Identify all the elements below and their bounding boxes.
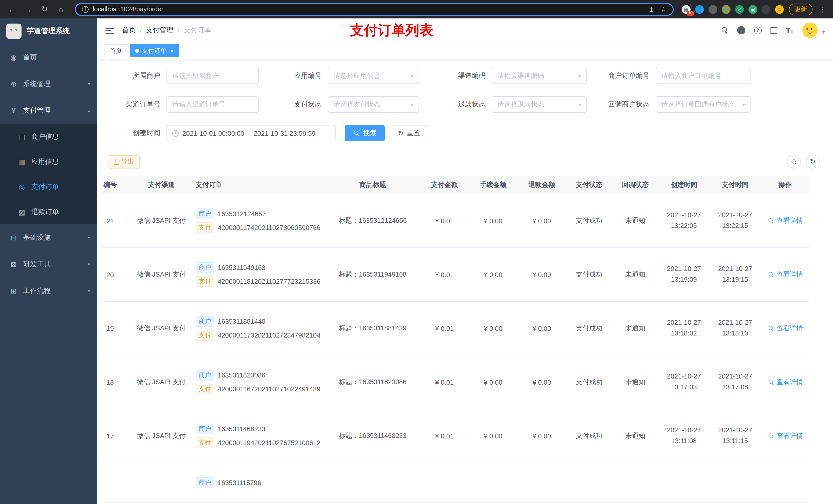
breadcrumb-item[interactable]: 支付管理 bbox=[146, 26, 174, 35]
input-field[interactable]: 请输入渠道订单号 bbox=[166, 96, 259, 113]
collapse-sidebar-icon[interactable] bbox=[105, 27, 114, 33]
select-field[interactable]: 请选择退款状态▾ bbox=[492, 96, 587, 113]
sidebar-item-7[interactable]: 基础设施▾ bbox=[0, 224, 97, 251]
cell-refund: ¥ 0.00 bbox=[518, 194, 566, 248]
sidebar-item-5[interactable]: 支付订单 bbox=[0, 174, 97, 199]
extension-drop-blue[interactable] bbox=[695, 5, 704, 14]
extension-pin-dark[interactable] bbox=[762, 5, 770, 14]
pay-order-no: 4200001173202110272847982104 bbox=[218, 331, 320, 339]
orders-table-wrap: 编号支付渠道支付订单商品标题支付金额手续金额退款金额支付状态回调状态创建时间支付… bbox=[102, 176, 828, 503]
input-field[interactable]: 请选择所属商户 bbox=[166, 68, 259, 84]
filter-row: 渠道订单号请输入渠道订单号支付状态请选择支付状态▾退款状态请选择退款状态▾回调商… bbox=[102, 96, 828, 113]
sidebar-item-label: 研发工具 bbox=[23, 260, 51, 269]
cell-refund: ¥ 0.00 bbox=[518, 302, 566, 355]
sidebar-item-2[interactable]: 支付管理▴ bbox=[0, 97, 97, 124]
chevron-down-icon: ▾ bbox=[408, 102, 413, 107]
app-title: 芋道管理系统 bbox=[27, 27, 70, 36]
github-icon[interactable] bbox=[737, 26, 745, 34]
cell-action: 查看详情 bbox=[761, 409, 809, 463]
order-icon bbox=[18, 183, 26, 191]
extension-grid[interactable]: ▦10 bbox=[682, 5, 691, 14]
back-icon[interactable]: ← bbox=[6, 4, 18, 15]
cell-status: 支付成功 bbox=[566, 248, 612, 302]
font-size-icon[interactable] bbox=[786, 26, 793, 34]
filter-label: 支付状态 bbox=[259, 100, 328, 109]
toggle-search-button[interactable] bbox=[787, 155, 801, 169]
breadcrumb-item[interactable]: 首页 bbox=[122, 26, 136, 35]
sidebar-item-6[interactable]: 退款订单 bbox=[0, 199, 97, 224]
sidebar-item-4[interactable]: 应用信息 bbox=[0, 149, 97, 174]
browser-update-button[interactable]: 更新 bbox=[789, 3, 812, 15]
date-range-input[interactable]: 2021-10-01 00:00:00 - 2021-10-31 23:59:5… bbox=[166, 125, 336, 141]
forward-icon[interactable]: → bbox=[23, 4, 34, 15]
cell-fee: ¥ 0.00 bbox=[469, 194, 518, 248]
view-detail-link[interactable]: 查看详情 bbox=[767, 216, 803, 225]
filter-field: 回调商户状态请选择订单回调商户状态▾ bbox=[587, 96, 751, 113]
refresh-table-button[interactable] bbox=[806, 155, 820, 169]
cell-amount bbox=[420, 463, 469, 503]
close-icon[interactable]: × bbox=[170, 47, 174, 54]
column-header: 创建时间 bbox=[658, 176, 710, 194]
view-detail-link[interactable]: 查看详情 bbox=[767, 431, 803, 440]
created-time: 13:17:03 bbox=[660, 382, 708, 393]
breadcrumb-item[interactable]: 支付订单 bbox=[184, 26, 211, 35]
filter-field: 渠道订单号请输入渠道订单号 bbox=[102, 96, 259, 113]
select-field[interactable]: 请输入渠道编码▾ bbox=[492, 68, 587, 84]
cell-status: 支付成功 bbox=[566, 409, 612, 463]
browser-menu-icon[interactable]: ⋮ bbox=[818, 5, 827, 13]
bookmark-star-icon[interactable]: ☆ bbox=[661, 5, 667, 13]
gear-icon bbox=[9, 80, 18, 88]
cell-order: 商户1635311468233支付42000011942021102767521… bbox=[190, 409, 325, 463]
cell-amount: ¥ 0.01 bbox=[420, 248, 469, 302]
export-button[interactable]: 导出 bbox=[108, 155, 140, 168]
cell-channel: 微信 JSAPI 支付 bbox=[133, 248, 190, 302]
view-detail-link[interactable]: 查看详情 bbox=[767, 270, 803, 279]
extension-check-green[interactable]: ✓ bbox=[735, 5, 744, 14]
address-bar[interactable]: localhost :1024/pay/order ↥ ☆ bbox=[75, 3, 674, 16]
chevron-down-icon[interactable]: ▾ bbox=[822, 29, 825, 38]
merchant-order-no: 1635311949168 bbox=[218, 264, 265, 271]
cell-id: 21 bbox=[102, 194, 133, 248]
select-field[interactable]: 请选择订单回调商户状态▾ bbox=[656, 96, 751, 113]
created-date: 2021-10-27 bbox=[660, 210, 708, 221]
site-info-icon[interactable] bbox=[82, 6, 89, 13]
tools-icon bbox=[9, 260, 18, 268]
search-icon bbox=[768, 433, 774, 438]
cell-order: 商户163531115796 bbox=[190, 463, 325, 503]
chevron-down-icon: ▾ bbox=[88, 262, 90, 267]
reset-button[interactable]: 重置 bbox=[390, 125, 428, 141]
sidebar-menu: 首页系统管理▾支付管理▴商户信息应用信息支付订单退款订单基础设施▾研发工具▾工作… bbox=[0, 44, 97, 304]
column-header: 回调状态 bbox=[612, 176, 658, 194]
help-icon[interactable] bbox=[754, 26, 762, 34]
extension-chat-green[interactable]: ▣ bbox=[748, 5, 757, 14]
extension-round-olive[interactable] bbox=[722, 5, 731, 14]
share-icon[interactable]: ↥ bbox=[649, 5, 654, 13]
home-icon[interactable]: ⌂ bbox=[55, 4, 67, 15]
sidebar-item-8[interactable]: 研发工具▾ bbox=[0, 251, 97, 278]
order-merchant-line: 商户1635312124657 bbox=[196, 209, 323, 219]
sidebar-item-0[interactable]: 首页 bbox=[0, 44, 97, 71]
select-field[interactable]: 请选择应用信息▾ bbox=[328, 68, 419, 84]
view-detail-link[interactable]: 查看详情 bbox=[767, 323, 803, 333]
tab-1[interactable]: 支付订单× bbox=[130, 44, 179, 57]
search-button[interactable]: 搜索 bbox=[345, 125, 385, 141]
search-icon[interactable] bbox=[721, 27, 728, 34]
input-field[interactable]: 请输入商户订单编号 bbox=[656, 68, 751, 84]
user-avatar[interactable] bbox=[802, 23, 818, 38]
sidebar: 芋道管理系统 首页系统管理▾支付管理▴商户信息应用信息支付订单退款订单基础设施▾… bbox=[0, 19, 97, 504]
reload-icon[interactable]: ↻ bbox=[39, 4, 50, 15]
sidebar-item-3[interactable]: 商户信息 bbox=[0, 124, 97, 149]
filter-field: 支付状态请选择支付状态▾ bbox=[259, 96, 419, 113]
select-field[interactable]: 请选择支付状态▾ bbox=[328, 96, 419, 113]
filter-field: 所属商户请选择所属商户 bbox=[102, 68, 259, 84]
extension-round-dark[interactable] bbox=[709, 5, 717, 14]
tab-0[interactable]: 首页 bbox=[104, 44, 127, 57]
cell-id: 17 bbox=[102, 409, 133, 463]
sidebar-item-label: 应用信息 bbox=[31, 157, 59, 166]
sidebar-item-9[interactable]: 工作流程▾ bbox=[0, 278, 97, 304]
cell-order: 商户1635311823086支付42000011672021102710224… bbox=[190, 355, 325, 409]
view-detail-link[interactable]: 查看详情 bbox=[767, 377, 803, 386]
extension-smiley[interactable]: ☺ bbox=[775, 5, 784, 14]
fullscreen-icon[interactable] bbox=[770, 27, 777, 33]
sidebar-item-1[interactable]: 系统管理▾ bbox=[0, 71, 97, 97]
